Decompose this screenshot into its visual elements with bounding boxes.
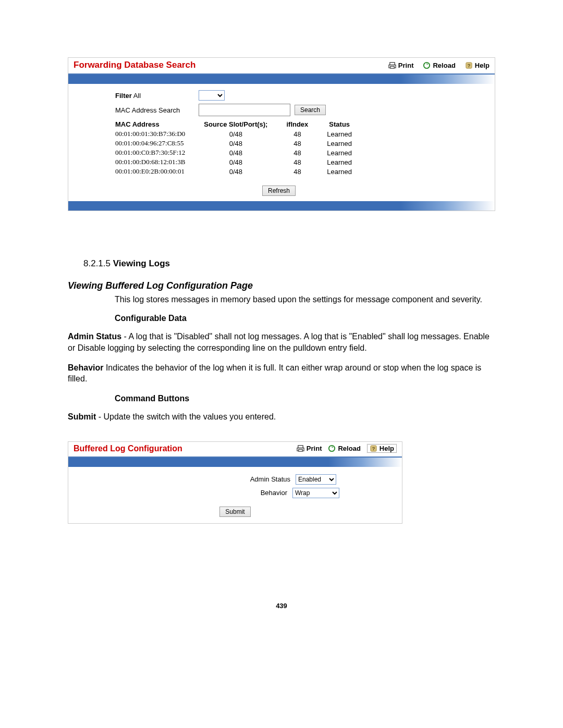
- configurable-data-label: Configurable Data: [115, 313, 495, 324]
- refresh-button[interactable]: Refresh: [262, 186, 296, 196]
- svg-rect-8: [299, 450, 303, 452]
- reload-icon: [328, 445, 336, 452]
- table-header: ifIndex: [277, 119, 317, 129]
- svg-text:?: ?: [467, 63, 470, 68]
- panel2-header: Buffered Log Configuration Print Reload: [68, 442, 402, 458]
- print-icon: [388, 61, 396, 69]
- reload-label: Reload: [338, 445, 360, 452]
- document-body: 8.2.1.5 Viewing Logs Viewing Buffered Lo…: [68, 258, 495, 423]
- print-link[interactable]: Print: [388, 61, 414, 69]
- command-buttons-label: Command Buttons: [115, 393, 495, 404]
- table-row: 00:01:00:04:96:27:C8:550/4848Learned: [115, 139, 361, 148]
- behavior-para: Behavior Indicates the behavior of the l…: [68, 362, 495, 385]
- reload-link[interactable]: Reload: [423, 61, 455, 69]
- print-link-2[interactable]: Print: [297, 445, 322, 452]
- panel-title: Forwarding Database Search: [74, 60, 388, 70]
- table-header: Status: [317, 119, 361, 129]
- filter-select[interactable]: [199, 90, 225, 101]
- print-icon: [297, 445, 304, 452]
- svg-rect-6: [298, 446, 303, 448]
- intro-text: This log stores messages in memory based…: [115, 294, 495, 305]
- help-label: Help: [380, 445, 394, 452]
- table-header: Source Slot/Port(s);: [194, 119, 277, 129]
- table-row: 00:01:00:01:30:B7:36:D00/4848Learned: [115, 129, 361, 139]
- svg-rect-0: [390, 62, 395, 65]
- admin-status-label: Admin Status: [134, 475, 296, 483]
- panel2-title: Buffered Log Configuration: [74, 444, 297, 453]
- submit-button[interactable]: Submit: [219, 507, 250, 517]
- print-label: Print: [307, 445, 322, 452]
- help-label: Help: [475, 61, 489, 69]
- mac-search-label: MAC Address Search: [115, 106, 199, 114]
- help-icon: ?: [370, 445, 377, 452]
- svg-text:?: ?: [372, 447, 375, 452]
- table-row: 00:01:00:C0:B7:30:5F:120/4848Learned: [115, 148, 361, 157]
- admin-status-para: Admin Status - A log that is "Disabled" …: [68, 331, 495, 353]
- search-button[interactable]: Search: [295, 105, 326, 115]
- help-link-2[interactable]: ? Help: [367, 444, 397, 453]
- help-icon: ?: [465, 61, 473, 69]
- divider-bar-bottom: [68, 201, 495, 211]
- subheading: Viewing Buffered Log Configuration Page: [68, 279, 495, 292]
- divider-bar-2: [68, 458, 402, 467]
- panel-header: Forwarding Database Search Print Reload: [68, 58, 495, 75]
- help-link[interactable]: ? Help: [465, 61, 489, 69]
- page-number: 439: [68, 602, 495, 610]
- reload-link-2[interactable]: Reload: [328, 445, 360, 452]
- print-label: Print: [398, 61, 414, 69]
- section-heading: 8.2.1.5 Viewing Logs: [83, 258, 495, 270]
- table-row: 00:01:00:E0:2B:00:00:010/4848Learned: [115, 167, 361, 176]
- mac-search-input[interactable]: [199, 104, 290, 116]
- reload-label: Reload: [433, 61, 455, 69]
- filter-label: Filter All: [115, 92, 199, 100]
- table-row: 00:01:00:D0:68:12:01:3B0/4848Learned: [115, 157, 361, 167]
- submit-para: Submit - Update the switch with the valu…: [68, 411, 495, 423]
- behavior-label: Behavior: [131, 489, 292, 497]
- table-header: MAC Address: [115, 119, 194, 129]
- svg-rect-2: [390, 66, 395, 68]
- buffered-log-panel: Buffered Log Configuration Print Reload: [68, 441, 402, 524]
- forwarding-db-panel: Forwarding Database Search Print Reload: [68, 57, 495, 211]
- divider-bar: [68, 75, 495, 84]
- reload-icon: [423, 61, 431, 69]
- admin-status-select[interactable]: Enabled: [296, 474, 336, 485]
- behavior-select[interactable]: Wrap: [292, 488, 339, 498]
- fdb-table: MAC AddressSource Slot/Port(s);ifIndexSt…: [115, 119, 361, 176]
